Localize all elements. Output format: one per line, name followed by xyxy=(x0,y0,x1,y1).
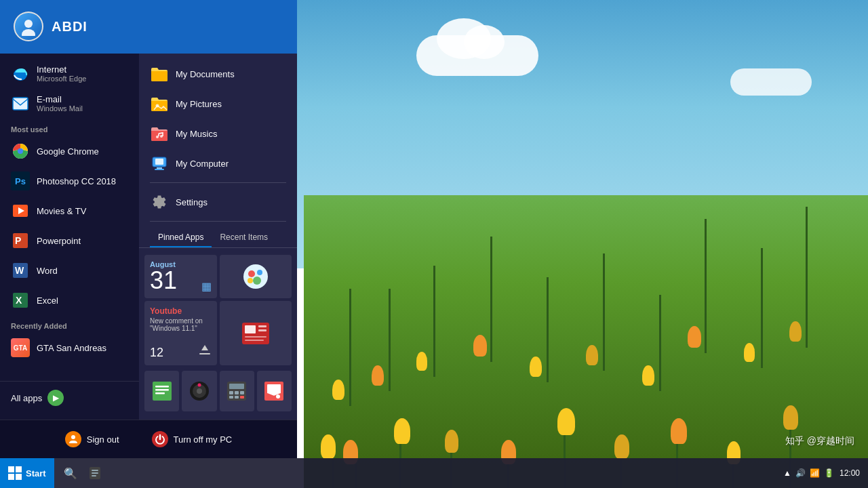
system-tray: ▲ 🔊 📶 🔋 xyxy=(783,468,834,478)
my-documents-item[interactable]: My Documents xyxy=(139,59,297,89)
svg-point-22 xyxy=(243,264,268,289)
svg-point-17 xyxy=(160,135,163,138)
svg-text:X: X xyxy=(16,295,22,306)
sign-out-icon xyxy=(65,431,81,447)
bottom-tiles xyxy=(139,368,297,414)
download-icon xyxy=(198,344,212,360)
taskbar-right: ▲ 🔊 📶 🔋 12:00 xyxy=(783,468,868,479)
excel-icon: X xyxy=(11,291,30,310)
calendar-tile[interactable]: August 31 ▦ xyxy=(144,255,217,298)
svg-marker-28 xyxy=(201,345,208,350)
calc-tile[interactable] xyxy=(220,371,254,411)
tab-recent-items[interactable]: Recent Items xyxy=(212,228,276,247)
right-divider xyxy=(150,182,286,183)
avatar xyxy=(14,12,43,41)
excel-label: Excel xyxy=(37,296,58,306)
chrome-icon xyxy=(11,142,30,161)
right-divider-2 xyxy=(150,221,286,222)
sign-out-button[interactable]: Sign out xyxy=(57,427,127,451)
my-documents-icon xyxy=(150,64,169,83)
photoshop-item[interactable]: Ps Photoshop CC 2018 xyxy=(0,166,139,196)
wifi-icon[interactable]: 📶 xyxy=(810,468,820,478)
all-apps-button[interactable]: All apps ▶ xyxy=(0,381,139,414)
cloud-1 xyxy=(416,35,538,76)
word-label: Word xyxy=(37,266,58,276)
my-musics-item[interactable]: My Musics xyxy=(139,119,297,148)
my-pictures-icon xyxy=(150,94,169,113)
svg-rect-47 xyxy=(240,391,244,394)
tray-expand-icon[interactable]: ▲ xyxy=(783,468,791,478)
taskbar-clock: 12:00 xyxy=(840,468,860,479)
powerpoint-icon: P xyxy=(11,231,30,250)
my-computer-icon xyxy=(150,154,169,173)
excel-item[interactable]: X Excel xyxy=(0,285,139,315)
clock-time: 12:00 xyxy=(840,468,860,479)
svg-point-41 xyxy=(197,388,202,394)
my-computer-label: My Computer xyxy=(176,159,229,169)
my-pictures-label: My Pictures xyxy=(176,99,222,109)
svg-rect-30 xyxy=(245,325,256,333)
menu-body: Internet Microsoft Edge E-mail Windows M… xyxy=(0,54,297,420)
svg-point-16 xyxy=(156,136,159,138)
movies-item[interactable]: Movies & TV xyxy=(0,196,139,226)
word-item[interactable]: W Word xyxy=(0,256,139,285)
volume-icon[interactable]: 🔊 xyxy=(795,468,806,478)
svg-point-6 xyxy=(18,148,23,154)
tab-pinned-apps[interactable]: Pinned Apps xyxy=(150,228,212,247)
turn-off-button[interactable]: Turn off my PC xyxy=(144,427,241,451)
email-label-group: E-mail Windows Mail xyxy=(37,94,83,113)
groove-tile[interactable] xyxy=(182,371,216,411)
edge-icon xyxy=(11,64,30,83)
recently-added-label: Recently Added xyxy=(0,315,139,333)
svg-point-53 xyxy=(276,394,280,399)
svg-rect-46 xyxy=(235,391,239,394)
settings-item[interactable]: Settings xyxy=(139,187,297,217)
gta-label: GTA San Andreas xyxy=(37,343,106,353)
chrome-label: Google Chrome xyxy=(37,146,99,157)
photoshop-icon: Ps xyxy=(11,171,30,190)
svg-rect-56 xyxy=(92,470,98,471)
svg-rect-45 xyxy=(229,391,233,394)
taskbar-search-icon[interactable]: 🔍 xyxy=(60,462,81,484)
calendar-small-icon: ▦ xyxy=(201,280,212,293)
svg-rect-32 xyxy=(258,329,267,331)
svg-rect-27 xyxy=(199,353,210,354)
svg-rect-21 xyxy=(155,169,164,170)
news-tile[interactable] xyxy=(220,301,292,365)
svg-point-54 xyxy=(71,435,75,439)
windows-logo-icon xyxy=(8,466,22,480)
notes-tile[interactable] xyxy=(144,371,179,411)
battery-icon[interactable]: 🔋 xyxy=(824,468,834,478)
svg-point-25 xyxy=(253,277,261,285)
svg-point-42 xyxy=(197,384,201,387)
taskbar-file-icon[interactable] xyxy=(84,462,106,484)
photoshop-label: Photoshop CC 2018 xyxy=(37,176,116,186)
sign-out-label: Sign out xyxy=(87,434,119,445)
svg-rect-38 xyxy=(155,392,165,394)
svg-point-1 xyxy=(22,29,35,36)
my-computer-item[interactable]: My Computer xyxy=(139,148,297,178)
snip-tile[interactable] xyxy=(257,371,292,411)
most-used-label: Most used xyxy=(0,119,139,136)
powerpoint-label: Powerpoint xyxy=(37,236,81,246)
avatar-inner xyxy=(15,13,42,40)
svg-rect-36 xyxy=(155,386,169,388)
my-pictures-item[interactable]: My Pictures xyxy=(139,89,297,119)
left-panel: Internet Microsoft Edge E-mail Windows M… xyxy=(0,54,139,420)
svg-text:W: W xyxy=(15,265,24,276)
chrome-item[interactable]: Google Chrome xyxy=(0,136,139,166)
powerpoint-item[interactable]: P Powerpoint xyxy=(0,226,139,256)
menu-bottom: Sign out Turn off my PC xyxy=(0,420,297,458)
svg-rect-20 xyxy=(157,167,162,169)
start-button[interactable]: Start xyxy=(0,458,54,488)
internet-item[interactable]: Internet Microsoft Edge xyxy=(0,59,139,89)
email-item[interactable]: E-mail Windows Mail xyxy=(0,89,139,119)
user-header: ABDI xyxy=(0,0,297,54)
movies-icon xyxy=(11,201,30,220)
gta-item[interactable]: GTA GTA San Andreas xyxy=(0,333,139,363)
youtube-tile[interactable]: Youtube New comment on "Windows 11.1" 12 xyxy=(144,301,217,365)
start-menu: ABDI Internet Microsoft Edge xyxy=(0,0,297,458)
settings-label: Settings xyxy=(176,197,208,207)
paint-tile[interactable] xyxy=(220,255,292,298)
svg-point-23 xyxy=(248,270,255,277)
